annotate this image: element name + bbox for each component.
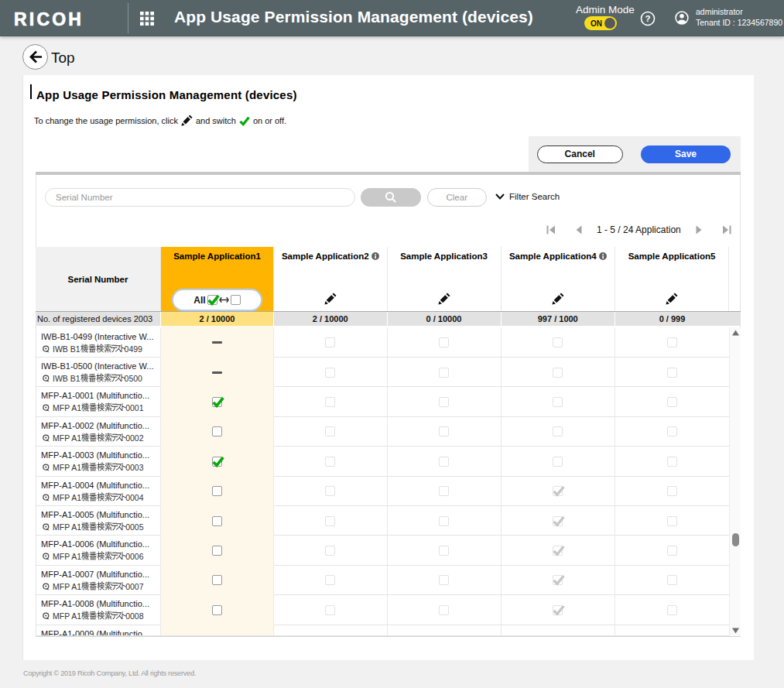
svg-text:?: ? [645, 14, 650, 23]
